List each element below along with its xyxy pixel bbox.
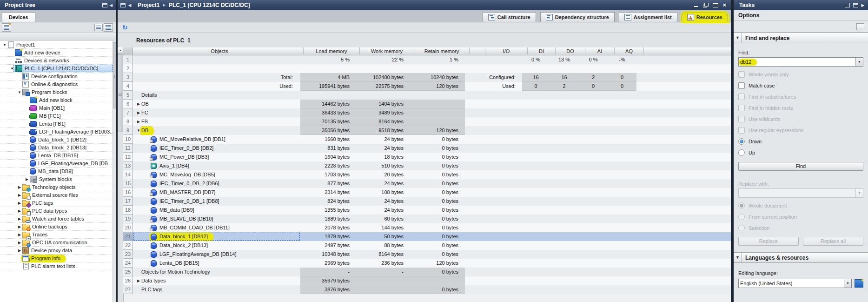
tree-item-opc-ua-communication[interactable]: OPC UA communication [0, 239, 113, 247]
maximize-pane-button[interactable] [856, 23, 864, 30]
col-aq[interactable]: AQ [615, 47, 644, 55]
float-panel-icon[interactable] [102, 3, 107, 7]
find-button[interactable]: Find [738, 162, 863, 171]
radio-scope-from-current-position[interactable]: From current position [738, 213, 868, 220]
expander-icon[interactable] [17, 193, 22, 197]
radio-scope-selection[interactable]: Selection [738, 224, 868, 231]
tree-scrollbar-thumb[interactable] [113, 42, 116, 108]
col-retain-memory[interactable]: Retain memory [414, 47, 470, 55]
tree-item-plc-tags[interactable]: PLC tags [0, 199, 113, 207]
tree-item-watch-and-force-tables[interactable]: Watch and force tables [0, 215, 113, 223]
add-device-tool-button[interactable]: ★ [2, 23, 11, 32]
tab-call-structure[interactable]: Call structure [483, 12, 536, 22]
tree-item-online-backups[interactable]: Online backups [0, 223, 113, 231]
editing-language-select[interactable]: English (United States) [738, 279, 852, 288]
replace-button[interactable]: Replace [738, 237, 799, 246]
expander-icon[interactable] [136, 276, 141, 285]
col-ai[interactable]: AI [585, 47, 615, 55]
checkbox-find-in-hidden-texts[interactable]: Find in hidden texts [738, 104, 868, 111]
tree-item-external-source-files[interactable]: External source files [0, 191, 113, 199]
table-row-16[interactable]: 16MB_MASTER_DB [DB7]2314 bytes108 bytes0… [123, 188, 731, 197]
checkbox-use-regular-expressions[interactable]: Use regular expressions [738, 127, 868, 134]
table-row-5[interactable]: 5Details [123, 91, 731, 100]
tree-item-traces[interactable]: Traces [0, 231, 113, 239]
table-row-6[interactable]: 6OB14462 bytes1404 bytes [123, 100, 731, 108]
refresh-icon[interactable]: ↻ [122, 24, 128, 31]
find-input[interactable]: db12 [738, 57, 863, 67]
tree-item-program-blocks[interactable]: Program blocks [0, 88, 113, 96]
expander-icon[interactable] [136, 108, 141, 117]
add-language-button[interactable] [855, 279, 863, 288]
col-di[interactable]: DI [528, 47, 556, 55]
tree-item-lgf-floatingaverage-fb1003[interactable]: LGF_FloatingAverage [FB1003... [0, 128, 113, 136]
tree-item-devices-networks[interactable]: Devices & networks [0, 57, 113, 65]
expander-icon[interactable] [2, 43, 7, 47]
expander-icon[interactable] [17, 225, 22, 229]
tab-dependency-structure[interactable]: Dependency structure [540, 12, 615, 22]
tree-item-online-diagnostics[interactable]: Online & diagnostics [0, 81, 113, 88]
table-row-11[interactable]: 11IEC_Timer_0_DB [DB2]831 bytes24 bytes0… [123, 144, 731, 153]
expand-view-button[interactable]: → [104, 23, 113, 32]
collapse-left-icon[interactable]: ◀ [110, 3, 113, 7]
expander-icon[interactable] [17, 185, 22, 189]
table-row-25[interactable]: 25Objects for Motion Technology--0 bytes [123, 268, 731, 276]
tree-scrollbar[interactable] [113, 41, 116, 302]
tree-item-mb-fc1[interactable]: MB [FC1] [0, 112, 113, 120]
expander-icon[interactable] [17, 201, 22, 205]
table-row-21[interactable]: 21Data_block_1 [DB12]1879 bytes50 bytes0… [123, 232, 731, 241]
table-row-23[interactable]: 23LGF_FloatingAverage_DB [DB14]10348 byt… [123, 250, 731, 259]
table-row-4[interactable]: 4Used:195941 bytes22575 bytes120 bytesUs… [123, 82, 731, 91]
tree-item-device-proxy-data[interactable]: Device proxy data [0, 247, 113, 255]
checkbox-find-in-substructures[interactable]: Find in substructures [738, 93, 868, 100]
table-row-12[interactable]: 12MC_Power_DB [DB3]1604 bytes18 bytes0 b… [123, 153, 731, 161]
expander-icon[interactable] [17, 217, 22, 221]
col-objects[interactable]: Objects [133, 47, 304, 55]
expander-icon[interactable] [136, 117, 141, 126]
expander-icon[interactable] [17, 241, 22, 245]
chevron-down-icon[interactable]: ▼ [734, 33, 742, 43]
find-replace-section-header[interactable]: ▼ Find and replace [734, 33, 868, 43]
table-row-24[interactable]: 24Lenta_DB [DB15]2969 bytes236 bytes120 … [123, 259, 731, 268]
expander-icon[interactable] [17, 90, 22, 94]
tree-item-device-configuration[interactable]: Device configuration [0, 73, 113, 81]
maximize-button[interactable] [713, 3, 718, 7]
scroll-up-icon[interactable]: ▲ [118, 47, 123, 54]
table-row-26[interactable]: 26Data types35979 bytes [123, 276, 731, 285]
table-row-13[interactable]: 13Axis_1 [DB4]2228 bytes510 bytes0 bytes [123, 161, 731, 170]
table-row-17[interactable]: 17IEC_Timer_0_DB_1 [DB8]824 bytes24 byte… [123, 197, 731, 206]
details-view-button[interactable] [94, 24, 103, 31]
table-row-22[interactable]: 22Data_block_2 [DB13]2497 bytes88 bytes0… [123, 241, 731, 250]
restore-button[interactable] [703, 3, 709, 7]
expander-icon[interactable] [136, 100, 141, 108]
breadcrumb-project[interactable]: Project1 [138, 2, 159, 8]
split-editor-icon[interactable] [120, 3, 126, 7]
tree-item-lenta-db-db15[interactable]: Lenta_DB [DB15] [0, 152, 113, 160]
table-row-18[interactable]: 18MB_data [DB9]1355 bytes24 bytes0 bytes [123, 206, 731, 215]
table-row-19[interactable]: 19MB_SLAVE_DB [DB10]1889 bytes60 bytes0 … [123, 215, 731, 223]
table-row-2[interactable]: 2 [123, 64, 731, 73]
collapse-right-icon[interactable]: ▶ [861, 3, 864, 7]
radio-icon[interactable] [738, 138, 745, 145]
tree-item-technology-objects[interactable]: Technology objects [0, 183, 113, 191]
col-load-memory[interactable]: Load memory [304, 47, 360, 55]
languages-section-header[interactable]: ▼ Languages & resources [734, 252, 868, 263]
float-tasks-icon[interactable] [845, 3, 850, 7]
tree-item-lgf-floatingaverage-db-db[interactable]: LGF_FloatingAverage_DB [DB... [0, 160, 113, 168]
replace-input[interactable] [738, 188, 863, 198]
tree-item-lenta-fb1[interactable]: Lenta [FB1] [0, 120, 113, 128]
expander-icon[interactable] [17, 209, 22, 213]
checkbox-match-case[interactable]: Match case [738, 82, 868, 89]
tree-item-mb-data-db9[interactable]: MB_data [DB9] [0, 168, 113, 175]
tree-item-system-blocks[interactable]: System blocks [0, 175, 113, 183]
table-row-10[interactable]: 10MC_MoveRelative_DB [DB1]1660 bytes24 b… [123, 135, 731, 144]
tree-item-plc-1-cpu-1214c-dc-dc-dc[interactable]: PLC_1 [CPU 1214C DC/DC/DC] [0, 65, 113, 73]
tree-item-data-block-1-db12[interactable]: Data_block_1 [DB12] [0, 136, 113, 144]
close-button[interactable]: × [722, 3, 726, 7]
expander-icon[interactable] [24, 177, 30, 181]
col-io[interactable]: I/O [485, 47, 528, 55]
replace-all-button[interactable]: Replace all [803, 237, 863, 246]
col-work-memory[interactable]: Work memory [360, 47, 414, 55]
table-row-1[interactable]: 15 %22 %1 %0 %13 %0 %-% [123, 55, 731, 64]
checkbox-use-wildcards[interactable]: Use wildcards [738, 115, 868, 122]
collapse-tree-icon[interactable]: ◀ [128, 3, 131, 7]
